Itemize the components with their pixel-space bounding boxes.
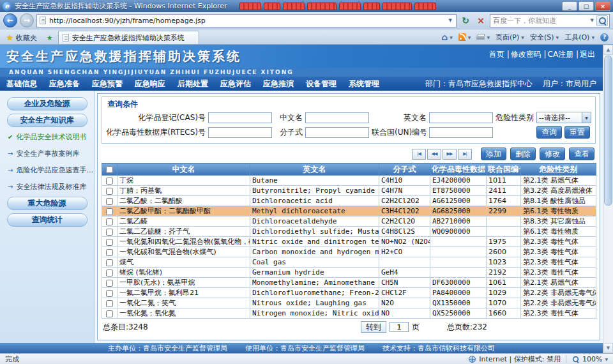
page-input[interactable] — [390, 322, 409, 332]
formula-input[interactable] — [305, 127, 369, 138]
english-name-input[interactable] — [429, 112, 493, 123]
view-button[interactable]: 查看 — [569, 148, 594, 160]
add-button[interactable]: 添加 — [481, 148, 506, 160]
page-menu[interactable]: 页面(P)▼ — [496, 33, 524, 42]
zoom-control[interactable]: 100% ▼ — [571, 355, 608, 363]
pager-next-button[interactable]: ▶▶ — [443, 149, 457, 160]
un-number-input[interactable] — [429, 127, 493, 138]
nav-item-1[interactable]: 应急准备 — [49, 79, 80, 89]
vertical-scrollbar[interactable]: ▲ ▼ — [603, 45, 613, 353]
table-row[interactable]: 一甲胺(无水)；氨基甲烷Monomethylamine; Aminomethan… — [102, 278, 596, 288]
danger-class-select[interactable]: --请选择-- ▼ — [536, 112, 591, 123]
nav-item-2[interactable]: 应急预警 — [92, 79, 123, 89]
sidebar-button-1[interactable]: 安全生产知识库 — [7, 114, 87, 127]
nav-item-7[interactable]: 设备管理 — [306, 79, 337, 89]
table-row[interactable]: 二氯二乙硫醚；芥子气Dichlorodiethyl sulfide; Musta… — [102, 227, 596, 237]
maximize-button[interactable]: □ — [579, 1, 594, 11]
row-checkbox[interactable] — [106, 239, 113, 246]
sidebar-item-5[interactable]: →安全法律法规及标准库 — [0, 180, 94, 193]
sidebar-item-4[interactable]: →危险化学品应急速查手... — [0, 163, 94, 177]
favorites-button[interactable]: ★ 收藏夹 — [2, 31, 42, 44]
modify-button[interactable]: 修改 — [540, 148, 565, 160]
row-checkbox[interactable] — [106, 280, 113, 287]
search-icon[interactable] — [596, 15, 608, 26]
row-checkbox[interactable] — [106, 198, 113, 205]
sidebar-button-7[interactable]: 查询统计 — [7, 213, 87, 227]
forward-button[interactable]: → — [20, 13, 34, 27]
header-link-1[interactable]: 修改密码 — [511, 50, 541, 59]
goto-button[interactable]: 转到 — [361, 321, 386, 333]
table-row[interactable]: 一氟二氯甲烷；氟利昂21Dichlorofluoromethane; Freon… — [102, 288, 596, 298]
stop-button[interactable]: × — [474, 14, 487, 27]
table-row[interactable]: 二氯乙醛DichloroacetaldehydeC2H2Cl2OAB271000… — [102, 216, 596, 227]
table-row[interactable]: 锗烷 (氢化锗)Germanium hydrideGeH42192第2.3类 毒… — [102, 268, 596, 278]
plugin-badge[interactable] — [264, 3, 280, 10]
pager-first-button[interactable]: |◀ — [412, 149, 426, 160]
feeds-button[interactable]: ▼ — [458, 33, 471, 41]
scroll-thumb[interactable] — [604, 56, 612, 206]
row-checkbox[interactable] — [106, 249, 113, 256]
plugin-badge[interactable] — [339, 3, 361, 10]
select-all-checkbox[interactable] — [106, 166, 113, 173]
table-row[interactable]: 一氧化氮和四氧化二氮混合物(氮氧化物，硝基气，氧化氮气体)Nitric oxid… — [102, 237, 596, 247]
nav-item-4[interactable]: 后期处置 — [178, 79, 208, 89]
tab-active[interactable]: 安全生产应急救援指挥辅助决策系统 — [58, 31, 199, 44]
url-box[interactable]: http://localhost:90/yjzh/frame/homepage.… — [36, 14, 457, 27]
plugin-badge[interactable] — [382, 3, 412, 10]
nav-item-0[interactable]: 基础信息 — [6, 79, 37, 89]
plugin-badge[interactable] — [414, 3, 436, 10]
search-input[interactable] — [493, 17, 588, 25]
sidebar-item-3[interactable]: →安全生产事故案例库 — [0, 147, 94, 160]
row-checkbox[interactable] — [106, 300, 113, 307]
scroll-down-icon[interactable]: ▼ — [603, 343, 613, 353]
reset-button[interactable]: 重置 — [564, 126, 590, 139]
row-checkbox[interactable] — [106, 208, 113, 215]
rtecs-input[interactable] — [208, 127, 272, 138]
table-row[interactable]: 一氧化氮；氧化氮Nitrogen monoxide; Nitric oxideN… — [102, 308, 596, 319]
tools-menu[interactable]: 工具(O)▼ — [564, 33, 594, 42]
refresh-button[interactable]: ↻ — [459, 14, 472, 27]
cas-input[interactable] — [208, 112, 272, 123]
home-button[interactable]: ⌂▼ — [441, 33, 453, 42]
row-checkbox[interactable] — [106, 229, 113, 236]
chinese-name-input[interactable] — [305, 112, 369, 123]
add-favorite-button[interactable]: ★ — [43, 31, 56, 44]
row-checkbox[interactable] — [106, 188, 113, 195]
row-checkbox[interactable] — [106, 259, 113, 266]
nav-item-8[interactable]: 系统管理 — [349, 79, 379, 89]
table-row[interactable]: 一氧化二氮；笑气Nitrous oxide; Laughing gasN2OQX… — [102, 298, 596, 308]
help-button[interactable]: ? — [600, 33, 609, 42]
search-dropdown-icon[interactable]: ▼ — [589, 18, 595, 23]
pager-prev-button[interactable]: ◀◀ — [427, 149, 441, 160]
header-link-3[interactable]: 退出 — [580, 50, 595, 59]
plugin-badge[interactable] — [363, 3, 380, 10]
row-checkbox[interactable] — [106, 310, 113, 317]
url-dropdown-icon[interactable]: ▼ — [448, 18, 453, 23]
row-checkbox[interactable] — [106, 269, 113, 277]
back-button[interactable]: ← — [3, 13, 17, 27]
delete-button[interactable]: 删除 — [510, 148, 536, 160]
table-row[interactable]: 丁烷ButaneC4H10EJ42000001011第2.1类 易燃气体 — [102, 176, 596, 186]
sidebar-button-0[interactable]: 企业及危险源 — [7, 97, 87, 110]
search-button[interactable]: 查询 — [536, 126, 562, 139]
row-checkbox[interactable] — [106, 290, 113, 297]
nav-item-5[interactable]: 应急评估 — [220, 79, 251, 89]
nav-item-6[interactable]: 应急推演 — [263, 79, 294, 89]
minimize-button[interactable]: _ — [562, 1, 577, 11]
close-button[interactable]: × — [595, 1, 610, 11]
header-link-2[interactable]: CA注册 — [548, 50, 574, 59]
table-row[interactable]: 二氯乙酸；二氯醋酸Dichloroacetic acidC2H2Cl2O2AG6… — [102, 196, 596, 206]
print-button[interactable]: ▼ — [476, 34, 490, 40]
table-row[interactable]: 一氧化碳和氢气混合物(水煤气)Carbon monoxide and hydro… — [102, 247, 596, 257]
nav-item-3[interactable]: 应急响应 — [135, 79, 165, 89]
plugin-badge[interactable] — [283, 3, 305, 10]
plugin-badge[interactable] — [307, 3, 337, 10]
sidebar-button-6[interactable]: 重大危险源 — [7, 197, 87, 210]
header-link-0[interactable]: 首页 — [489, 50, 504, 59]
plugin-badge[interactable] — [239, 3, 261, 10]
table-row[interactable]: 煤气Coal gas1023第2.3类 毒性气体 — [102, 257, 596, 268]
table-row[interactable]: 二氯乙酸甲酯；二氯醋酸甲酯Methyl dichloroacetateC3H4C… — [102, 206, 596, 216]
row-checkbox[interactable] — [106, 178, 113, 185]
scroll-up-icon[interactable]: ▲ — [603, 45, 613, 55]
row-checkbox[interactable] — [106, 218, 113, 225]
